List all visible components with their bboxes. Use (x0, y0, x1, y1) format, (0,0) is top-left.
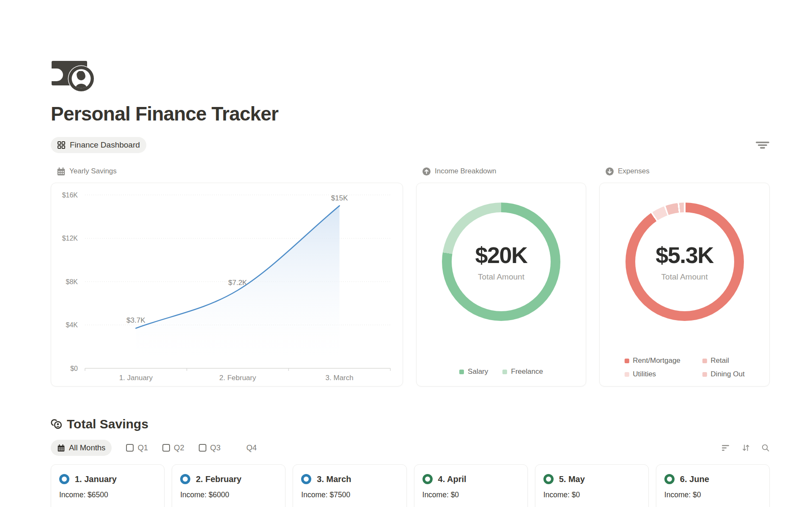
donut-center: $20K Total Amount (452, 212, 551, 311)
legend-item[interactable]: Rent/Mortgage (624, 356, 691, 365)
month-card-title-row: 2. February (180, 474, 277, 484)
legend-item[interactable]: Salary (459, 367, 488, 376)
section-label: Expenses (618, 167, 650, 175)
legend-item[interactable]: Freelance (502, 367, 543, 376)
circle-arrow-down-icon (605, 167, 614, 176)
month-card[interactable]: 2. FebruaryIncome: $6000 (172, 464, 285, 507)
month-card-income: Income: $6000 (180, 491, 277, 499)
expenses-label: Expenses (605, 167, 770, 176)
legend-label: Utilities (633, 370, 656, 378)
svg-text:$7.2K: $7.2K (228, 279, 247, 287)
legend-item[interactable]: Retail (702, 356, 744, 365)
month-card-income: Income: $6500 (59, 491, 156, 499)
coins-icon (51, 418, 62, 430)
income-total-caption: Total Amount (478, 272, 524, 282)
legend-swatch (502, 370, 507, 374)
legend-label: Retail (710, 356, 729, 365)
legend-label: Dining Out (710, 370, 744, 378)
month-card-title: 2. February (196, 474, 241, 484)
legend-swatch (624, 372, 629, 377)
tab-finance-dashboard[interactable]: Finance Dashboard (51, 137, 146, 153)
section-label: Income Breakdown (435, 167, 497, 175)
ring-icon (59, 474, 69, 484)
ring-icon (543, 474, 554, 484)
quarter-4-icon (235, 444, 242, 452)
legend-label: Rent/Mortgage (633, 356, 680, 365)
yearly-savings-chart: $0$4K$8K$12K$16K$3.7K$7.2K$15K1. January… (51, 183, 403, 386)
expenses-section: Expenses $5.3K Total Amount Rent/Mortgag… (599, 167, 770, 386)
filter-button[interactable] (722, 445, 730, 451)
income-legend: SalaryFreelance (417, 367, 586, 376)
ring-icon (422, 474, 433, 484)
month-card-title-row: 5. May (543, 474, 640, 484)
svg-text:$15K: $15K (331, 194, 348, 202)
tab-label: Q2 (174, 443, 184, 452)
total-savings-title: Total Savings (67, 417, 148, 431)
search-icon (761, 444, 770, 452)
legend-item[interactable]: Utilities (624, 370, 691, 378)
month-card-title-row: 6. June (664, 474, 761, 484)
svg-text:$12K: $12K (62, 235, 78, 242)
legend-swatch (702, 372, 707, 377)
svg-text:2. February: 2. February (219, 374, 256, 382)
svg-text:$3.7K: $3.7K (126, 316, 145, 324)
tab-all-months[interactable]: All Months (51, 440, 112, 456)
ring-icon (664, 474, 675, 484)
tab-label: Q4 (246, 443, 257, 452)
month-card[interactable]: 3. MarchIncome: $7500 (293, 464, 406, 507)
svg-text:1. January: 1. January (119, 374, 153, 382)
tab-q4[interactable]: Q4 (235, 443, 257, 452)
month-card-income: Income: $0 (422, 491, 519, 499)
income-total-value: $20K (475, 242, 527, 268)
expenses-total-caption: Total Amount (661, 272, 708, 282)
legend-item[interactable]: Dining Out (702, 370, 744, 378)
month-card[interactable]: 4. AprilIncome: $0 (414, 464, 528, 507)
month-card-title: 6. June (680, 474, 709, 484)
expenses-legend: Rent/MortgageRetailUtilitiesDining Out (624, 356, 744, 378)
legend-swatch (624, 359, 629, 363)
dashboard-grid-icon (57, 141, 66, 149)
ring-icon (180, 474, 190, 484)
calendar-icon (57, 444, 65, 452)
income-breakdown-label: Income Breakdown (422, 167, 586, 176)
yearly-savings-card: $0$4K$8K$12K$16K$3.7K$7.2K$15K1. January… (51, 183, 403, 386)
savings-toolbar-icons (722, 444, 770, 452)
ring-icon (301, 474, 311, 484)
tab-q3[interactable]: Q3 (199, 443, 221, 452)
month-card-title-row: 1. January (59, 474, 156, 484)
tab-q1[interactable]: Q1 (126, 443, 148, 452)
total-savings-header: Total Savings (51, 417, 770, 431)
month-card-title: 5. May (559, 474, 585, 484)
yearly-savings-section: Yearly Savings $0$4K$8K$12K$16K$3.7K$7.2… (51, 167, 403, 386)
legend-swatch (702, 359, 707, 363)
tab-q2[interactable]: Q2 (162, 443, 184, 452)
money-with-face-icon (51, 58, 96, 92)
circle-arrow-up-icon (422, 167, 431, 176)
month-card-income: Income: $7500 (301, 491, 398, 499)
expenses-donut-chart: $5.3K Total Amount (625, 203, 744, 321)
svg-text:$8K: $8K (66, 278, 78, 285)
month-card-title: 3. March (317, 474, 351, 484)
svg-text:$4K: $4K (66, 321, 78, 329)
expenses-card: $5.3K Total Amount Rent/MortgageRetailUt… (599, 183, 770, 386)
view-filter-button[interactable] (755, 140, 770, 150)
expenses-total-value: $5.3K (656, 242, 713, 268)
month-cards-row: 1. JanuaryIncome: $65002. FebruaryIncome… (51, 464, 770, 507)
quarter-3-icon (199, 444, 206, 452)
legend-swatch (459, 370, 464, 374)
tab-label: Q3 (210, 443, 221, 452)
month-card-income: Income: $0 (664, 491, 761, 499)
month-card[interactable]: 5. MayIncome: $0 (535, 464, 649, 507)
tab-label: Finance Dashboard (70, 140, 140, 150)
sort-button[interactable] (741, 444, 750, 452)
month-card-income: Income: $0 (543, 491, 640, 499)
income-donut-chart: $20K Total Amount (442, 203, 560, 321)
month-card[interactable]: 1. JanuaryIncome: $6500 (51, 464, 165, 507)
income-breakdown-section: Income Breakdown $20K Total Amount Salar… (416, 167, 586, 386)
search-button[interactable] (761, 444, 770, 452)
yearly-savings-label: Yearly Savings (57, 167, 403, 176)
month-card-title-row: 4. April (422, 474, 519, 484)
svg-text:3. March: 3. March (326, 374, 354, 382)
donut-center: $5.3K Total Amount (635, 212, 734, 311)
month-card[interactable]: 6. JuneIncome: $0 (656, 464, 770, 507)
